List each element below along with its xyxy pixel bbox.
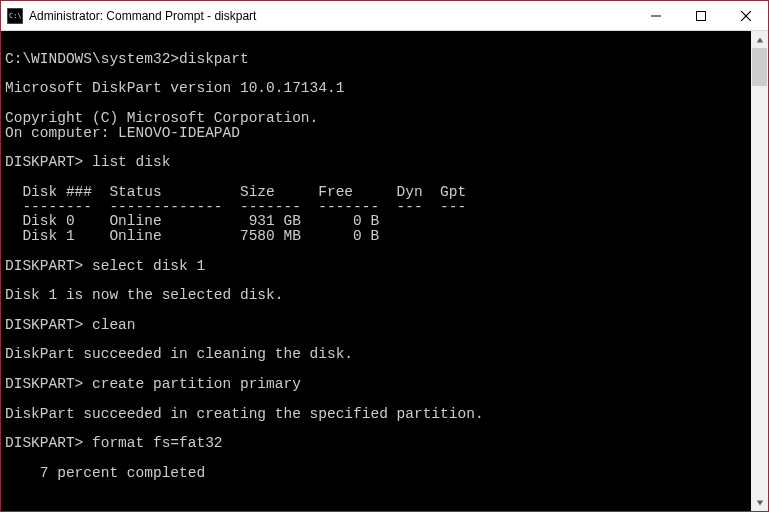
scroll-down-button[interactable] [751, 494, 768, 511]
scroll-up-button[interactable] [751, 31, 768, 48]
window-controls [633, 1, 768, 30]
minimize-button[interactable] [633, 1, 678, 30]
window-body: C:\WINDOWS\system32>diskpart Microsoft D… [1, 31, 768, 511]
svg-marker-7 [756, 500, 762, 505]
svg-marker-6 [756, 37, 762, 42]
titlebar[interactable]: C:\ Administrator: Command Prompt - disk… [1, 1, 768, 31]
command-prompt-icon: C:\ [7, 8, 23, 24]
close-button[interactable] [723, 1, 768, 30]
svg-text:C:\: C:\ [9, 12, 22, 20]
vertical-scrollbar[interactable] [751, 31, 768, 511]
svg-rect-3 [696, 11, 705, 20]
window-title: Administrator: Command Prompt - diskpart [29, 9, 633, 23]
scroll-thumb[interactable] [752, 48, 767, 86]
maximize-button[interactable] [678, 1, 723, 30]
terminal-output[interactable]: C:\WINDOWS\system32>diskpart Microsoft D… [1, 31, 751, 511]
window-frame: C:\ Administrator: Command Prompt - disk… [0, 0, 769, 512]
